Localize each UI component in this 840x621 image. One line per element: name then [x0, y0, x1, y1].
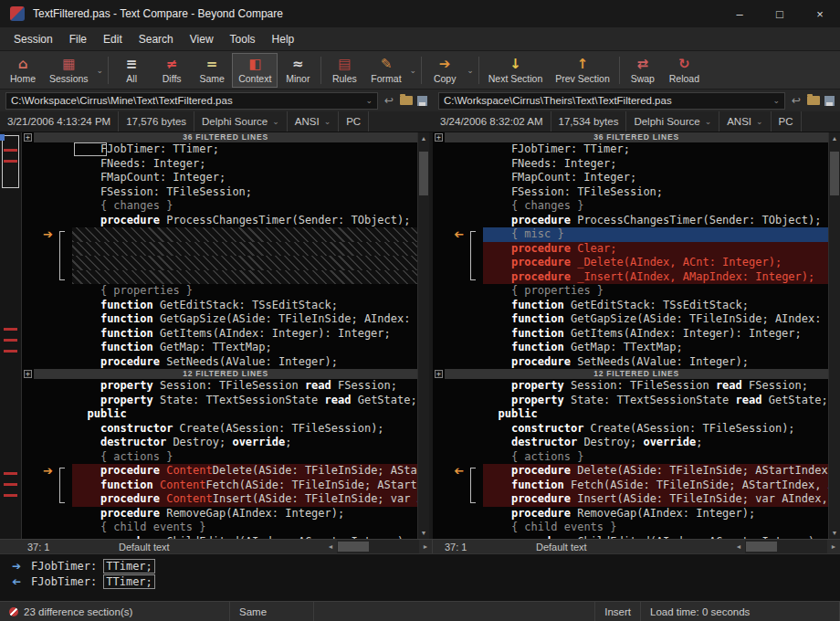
code-line[interactable]: function GetEditStack: TSsEditStack; [22, 299, 417, 313]
scrollbar-thumb[interactable] [338, 542, 369, 552]
code-line[interactable]: FSession: TFileSession; [433, 185, 828, 200]
scrollbar-thumb[interactable] [830, 152, 839, 195]
scroll-left-icon[interactable]: ◄ [732, 540, 745, 553]
toolbar-button-reload[interactable]: ↻Reload [663, 53, 706, 88]
copy-section-arrow-icon[interactable]: ➔ [43, 464, 53, 479]
copy-section-arrow-icon[interactable]: ➔ [454, 227, 464, 242]
scroll-up-icon[interactable]: ▲ [829, 132, 840, 144]
code-line[interactable]: function GetGapSize(ASide: TFileInSide; … [22, 312, 417, 327]
code-line[interactable]: procedure _Insert(AIndex, AMapIndex: Int… [433, 270, 828, 285]
code-line[interactable]: constructor Create(ASession: TFileSessio… [22, 422, 417, 437]
code-line[interactable] [22, 256, 417, 270]
code-line[interactable]: public [433, 407, 828, 422]
code-line[interactable]: procedure ChildEdited(AIndex, ACount: In… [433, 535, 828, 540]
toolbar-button-swap[interactable]: ⇄Swap [623, 53, 663, 88]
code-line[interactable]: procedure Clear; [433, 242, 828, 257]
code-line[interactable]: { properties } [433, 284, 828, 299]
code-line[interactable]: ➔ procedure Delete(ASide: TFileInSide; A… [433, 464, 828, 479]
chevron-down-icon[interactable]: ⌄ [465, 66, 476, 75]
code-line[interactable]: FNeeds: Integer; [22, 157, 417, 172]
menu-item-edit[interactable]: Edit [95, 29, 131, 49]
browse-folder-icon[interactable] [400, 96, 413, 105]
toolbar-button-minor[interactable]: ≈Minor [278, 53, 318, 88]
toolbar-button-format[interactable]: ✎Format [364, 53, 407, 88]
code-line[interactable]: FSession: TFileSession; [22, 185, 417, 200]
scrollbar-thumb[interactable] [419, 152, 428, 195]
line-detail-row[interactable]: ➔FJobTimer:TTimer; [7, 558, 840, 574]
right-file-size[interactable]: 17,534 bytes [551, 111, 627, 132]
code-line[interactable]: procedure _Delete(AIndex, ACnt: Integer)… [433, 256, 828, 270]
right-file-date[interactable]: 3/24/2006 8:32:02 AM [433, 111, 551, 132]
code-line[interactable]: procedure ProcessChangesTimer(Sender: TO… [22, 214, 417, 228]
copy-section-arrow-icon[interactable]: ➔ [454, 464, 464, 479]
code-line[interactable]: { changes } [433, 199, 828, 214]
left-vertical-scrollbar[interactable]: ▲ ▼ [417, 132, 429, 539]
scroll-right-icon[interactable]: ► [827, 540, 840, 553]
toolbar-button-prev-section[interactable]: ↑Prev Section [549, 53, 616, 88]
toolbar-button-diffs[interactable]: ≠Diffs [152, 53, 192, 88]
path-history-icon[interactable]: ↩ [790, 94, 803, 107]
scroll-left-icon[interactable]: ◄ [324, 540, 337, 553]
right-line-ending-select[interactable]: PC [772, 111, 802, 132]
menu-item-tools[interactable]: Tools [222, 29, 264, 49]
code-line[interactable]: constructor Create(ASession: TFileSessio… [433, 422, 828, 437]
code-line[interactable]: FMapCount: Integer; [22, 171, 417, 185]
line-detail-row[interactable]: ➔FJobTimer:TTimer; [7, 574, 840, 589]
code-line[interactable]: ➔ [22, 227, 417, 242]
scrollbar-thumb[interactable] [746, 542, 777, 552]
chevron-down-icon[interactable]: ⌄ [408, 66, 419, 75]
copy-section-arrow-icon[interactable]: ➔ [43, 227, 53, 242]
code-line[interactable]: property Session: TFileSession read FSes… [22, 379, 417, 394]
code-line[interactable]: FMapCount: Integer; [433, 171, 828, 185]
browse-folder-icon[interactable] [807, 96, 820, 105]
expand-icon[interactable]: + [435, 370, 443, 378]
toolbar-button-copy[interactable]: ➔Copy [425, 53, 465, 88]
left-format-select[interactable]: Delphi Source⌄ [194, 111, 288, 132]
scroll-down-icon[interactable]: ▼ [418, 527, 429, 539]
code-line[interactable]: function GetItems(AIndex: Integer): Inte… [433, 327, 828, 342]
code-line[interactable]: procedure ChildEdited(AIndex, ACount: In… [22, 535, 417, 540]
menu-item-search[interactable]: Search [131, 29, 182, 49]
path-history-icon[interactable]: ↩ [383, 94, 395, 107]
code-line[interactable]: procedure ContentInsert(ASide: TFileInSi… [22, 492, 417, 507]
code-line[interactable]: procedure ProcessChangesTimer(Sender: TO… [433, 214, 828, 228]
menu-item-help[interactable]: Help [264, 29, 303, 49]
right-format-select[interactable]: Delphi Source⌄ [626, 111, 719, 132]
code-line[interactable]: function GetItems(AIndex: Integer): Inte… [22, 327, 417, 342]
toolbar-button-sessions[interactable]: ▦Sessions [43, 53, 95, 88]
code-line[interactable]: property Session: TFileSession read FSes… [433, 379, 828, 394]
code-line[interactable]: function Fetch(ASide: TFileInSide; AStar… [433, 479, 828, 493]
code-line[interactable]: { actions } [433, 450, 828, 465]
left-horizontal-scrollbar[interactable]: ◄ ► [324, 540, 432, 553]
code-line[interactable]: { properties } [22, 284, 417, 299]
expand-icon[interactable]: + [435, 133, 443, 142]
expand-icon[interactable]: + [24, 133, 32, 142]
right-encoding-select[interactable]: ANSI⌄ [719, 111, 771, 132]
code-line[interactable]: property State: TTextSessionState read G… [433, 394, 828, 408]
left-editor[interactable]: +36 FILTERED LINES FJobTimer: TTimer; FN… [22, 132, 417, 539]
code-line[interactable]: public [22, 407, 417, 422]
code-line[interactable]: procedure RemoveGap(AIndex: Integer); [22, 507, 417, 521]
right-horizontal-scrollbar[interactable]: ◄ ► [732, 540, 840, 553]
toolbar-button-context[interactable]: ◧Context [232, 53, 278, 88]
code-line[interactable]: FJobTimer: TTimer; [433, 142, 828, 157]
expand-icon[interactable]: + [24, 370, 32, 378]
code-line[interactable]: destructor Destroy; override; [433, 436, 828, 450]
scroll-right-icon[interactable]: ► [419, 540, 432, 553]
code-line[interactable]: property State: TTextSessionState read G… [22, 394, 417, 408]
code-line[interactable]: { changes } [22, 199, 417, 214]
code-line[interactable]: function ContentFetch(ASide: TFileInSide… [22, 479, 417, 493]
code-line[interactable]: function GetMap: TTextMap; [22, 341, 417, 355]
code-line[interactable] [22, 270, 417, 285]
code-line[interactable]: procedure SetNeeds(AValue: Integer); [22, 355, 417, 370]
toolbar-button-all[interactable]: ≡All [111, 53, 152, 88]
code-line[interactable]: procedure SetNeeds(AValue: Integer); [433, 355, 828, 370]
close-button[interactable]: × [800, 0, 840, 27]
scroll-up-icon[interactable]: ▲ [418, 132, 429, 144]
toolbar-button-same[interactable]: =Same [192, 53, 232, 88]
scroll-down-icon[interactable]: ▼ [829, 527, 840, 539]
code-line[interactable]: ➔ procedure ContentDelete(ASide: TFileIn… [22, 464, 417, 479]
right-path-input[interactable]: C:\Workspace\Cirrus\Theirs\Text\TextFilt… [438, 92, 785, 110]
code-line[interactable]: procedure RemoveGap(AIndex: Integer); [433, 507, 828, 521]
chevron-down-icon[interactable]: ⌄ [95, 66, 106, 75]
